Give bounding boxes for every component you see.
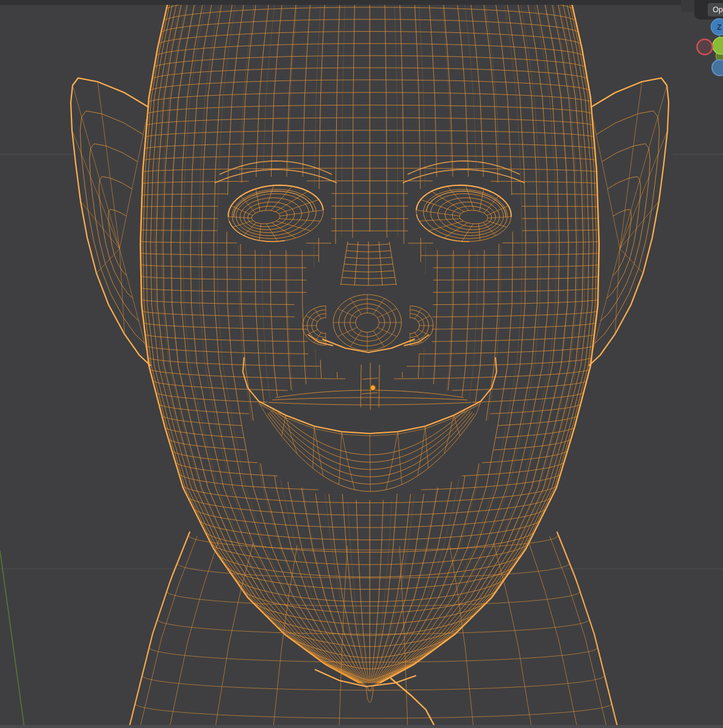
gizmo-axis-z-neg-ball[interactable] xyxy=(712,60,723,76)
gizmo-axis-z-pos-ball[interactable] xyxy=(711,19,723,35)
tool-settings-panel: Op xyxy=(694,0,723,20)
3d-viewport[interactable]: Op Z xyxy=(0,0,723,728)
options-dropdown-button[interactable]: Op xyxy=(708,3,723,16)
header-widget-end xyxy=(681,0,696,12)
wireframe-head-canvas[interactable] xyxy=(0,0,723,728)
statusbar-strip xyxy=(0,725,723,728)
topbar-strip xyxy=(0,0,723,5)
gizmo-axis-x-neg-ball[interactable] xyxy=(697,40,713,55)
